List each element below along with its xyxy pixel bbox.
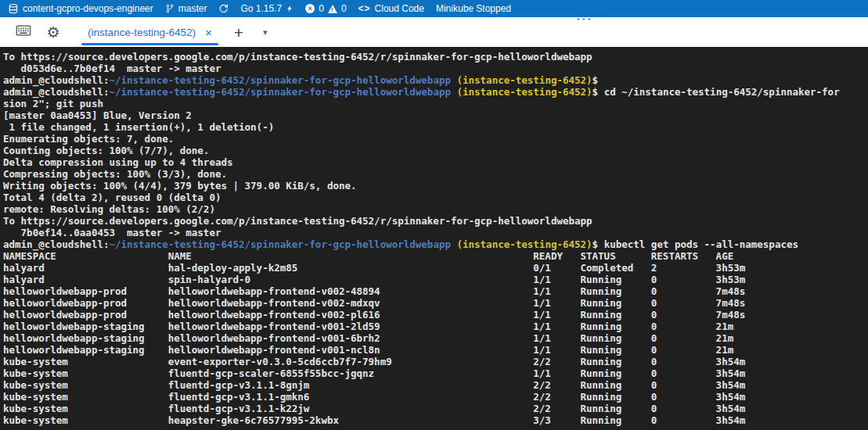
keyboard-icon	[16, 24, 31, 40]
tab-label: (instance-testing-6452)	[88, 27, 196, 38]
terminal-line: d053d6e..7b0ef14 master -> master	[3, 63, 868, 74]
terminal-line: kube-system heapster-gke-6c76577995-2kwb…	[3, 414, 868, 426]
sync-button[interactable]	[218, 0, 229, 17]
warning-icon	[328, 5, 337, 13]
project-selector[interactable]: content-gcpro-devops-engineer	[8, 0, 153, 17]
git-branch-icon	[165, 3, 175, 14]
tab-close-icon[interactable]: ×	[205, 27, 212, 38]
database-icon	[8, 3, 19, 15]
terminal-line: 7b0ef14..0aa0453 master -> master	[3, 227, 868, 238]
cloud-code-status[interactable]: <> Cloud Code	[358, 0, 424, 17]
terminal-line: kube-system fluentd-gcp-scaler-6855f55bc…	[3, 367, 868, 379]
error-count: 0	[319, 3, 324, 14]
terminal-line: halyard hal-deploy-apply-k2m85 0/1 Compl…	[3, 262, 868, 274]
terminal-line: kube-system fluentd-gcp-v3.1.1-8gnjm 2/2…	[3, 379, 868, 391]
error-icon: ×	[305, 4, 315, 13]
branch-label: master	[178, 3, 207, 14]
terminal-line: Compressing objects: 100% (3/3), done.	[3, 168, 868, 180]
warning-count: 0	[341, 3, 347, 14]
terminal-line: Total 4 (delta 2), reused 0 (delta 0)	[3, 192, 868, 203]
terminal-line: helloworldwebapp-staging helloworldwebap…	[3, 332, 868, 344]
terminal-line: helloworldwebapp-staging helloworldwebap…	[3, 321, 868, 332]
gear-icon: ⚙	[46, 25, 59, 40]
tab-menu-caret-icon[interactable]: ▾	[256, 23, 275, 41]
new-tab-button[interactable]: +	[229, 23, 248, 41]
refresh-icon	[218, 3, 229, 14]
keyboard-button[interactable]	[14, 23, 33, 41]
terminal-line: 1 file changed, 1 insertion(+), 1 deleti…	[3, 121, 868, 133]
terminal-line: sion 2"; git push	[3, 98, 868, 109]
terminal-line: halyard spin-halyard-0 1/1 Running 0 3h5…	[3, 274, 868, 285]
terminal-line: To https://source.developers.google.com/…	[3, 215, 868, 227]
terminal-line: [master 0aa0453] Blue, Version 2	[3, 109, 868, 121]
project-label: content-gcpro-devops-engineer	[23, 3, 153, 14]
cloud-code-label: Cloud Code	[375, 3, 424, 14]
terminal-line: kube-system fluentd-gcp-v3.1.1-k22jw 2/2…	[3, 403, 868, 414]
terminal-line: Counting objects: 100% (7/7), done.	[3, 145, 868, 156]
terminal-line: helloworldwebapp-prod helloworldwebapp-f…	[3, 309, 868, 321]
settings-button[interactable]: ⚙	[44, 23, 63, 41]
problems-status[interactable]: × 0 0	[305, 0, 346, 17]
terminal-line: admin_@cloudshell:~/instance-testing-645…	[3, 238, 868, 250]
terminal-tab-bar: ••• ⚙ (instance-testing-64	[0, 17, 868, 47]
terminal-line: Writing objects: 100% (4/4), 379 bytes |…	[3, 180, 868, 192]
tab-instance-testing-6452[interactable]: (instance-testing-6452) ×	[81, 17, 218, 47]
go-version-label: Go 1.15.7	[240, 3, 282, 14]
go-version-status[interactable]: Go 1.15.7	[240, 0, 294, 17]
terminal-line: Delta compression using up to 4 threads	[3, 156, 868, 168]
terminal-line: Enumerating objects: 7, done.	[3, 133, 868, 145]
terminal-line: helloworldwebapp-staging helloworldwebap…	[3, 344, 868, 356]
terminal-line: remote: Resolving deltas: 100% (2/2)	[3, 203, 868, 215]
status-bar: content-gcpro-devops-engineer master Go …	[0, 0, 868, 17]
terminal-line: kube-system event-exporter-v0.3.0-5cd6cc…	[3, 356, 868, 367]
terminal-line: kube-system fluentd-gcp-v3.1.1-gmkn6 2/2…	[3, 391, 868, 403]
terminal-line: helloworldwebapp-prod helloworldwebapp-f…	[3, 297, 868, 309]
panel-drag-handle[interactable]: •••	[577, 15, 593, 23]
terminal-output[interactable]: To https://source.developers.google.com/…	[0, 47, 868, 430]
active-tab-indicator	[81, 43, 218, 45]
git-branch-status[interactable]: master	[165, 0, 207, 17]
code-brackets-icon: <>	[358, 3, 371, 14]
terminal-line: admin_@cloudshell:~/instance-testing-645…	[3, 86, 868, 98]
terminal-line: helloworldwebapp-prod helloworldwebapp-f…	[3, 285, 868, 297]
minikube-status[interactable]: Minikube Stopped	[436, 0, 511, 17]
lightning-icon	[286, 3, 294, 14]
minikube-label: Minikube Stopped	[436, 3, 511, 14]
terminal-line: NAMESPACE NAME READY STATUS RESTARTS AGE	[3, 250, 868, 262]
terminal-line: To https://source.developers.google.com/…	[3, 51, 868, 63]
terminal-line: admin_@cloudshell:~/instance-testing-645…	[3, 74, 868, 86]
